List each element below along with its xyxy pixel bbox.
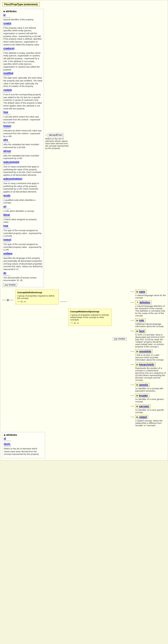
attr-uri: uri ▪▪▪▪▪▪▪▪ A URI which identifies a co… <box>3 205 43 213</box>
definition-item-box[interactable]: ▼ definition <box>135 300 152 304</box>
definition-item-desc: A natural language definition of the sem… <box>135 305 166 317</box>
right-panel: ▶ name A natural language name for the c… <box>128 290 166 428</box>
attr-qcode: qcode ▪▪▪▪▪▪▪▪ A qualified code which id… <box>3 194 43 204</box>
top-section: ■ attributes id ▪▪▪▪▪▪▪▪ Natural identif… <box>2 9 166 287</box>
right-item-name: ▶ name A natural language name for the c… <box>130 290 166 299</box>
right-item-hierarchyinfo: ▶ hierarchyInfo Represents the position … <box>130 362 166 381</box>
attributes-header: ■ attributes <box>3 10 43 13</box>
concept-def-group-desc: A group of properties required to define… <box>17 295 57 300</box>
any-other-middle: any ##other <box>113 338 127 340</box>
right-item-note: ▶ note Additional natural language infor… <box>130 318 166 328</box>
title-bar: Flex1PropType (extension) <box>2 2 40 6</box>
bottom-attributes-label: attributes <box>6 434 17 436</box>
attr-folder-icon: ■ <box>3 10 5 13</box>
concept-relationships-group-box: ConceptRelationshipsGroup A group of pro… <box>68 309 112 326</box>
derivedfrom-section: derivedFrom Refers to the set of element… <box>45 133 69 150</box>
middle-connector-h <box>60 302 67 302</box>
narrower-item-box[interactable]: ▶ narrower <box>135 404 151 408</box>
sameas-item-desc: An identifier of a concept with equivale… <box>135 387 166 392</box>
attr-dir: dir ▪▪▪▪▪▪▪▪ The directionality of textu… <box>3 272 43 282</box>
any-other-middle-box: any ##other <box>113 337 127 340</box>
attr-type: type ▪▪▪▪▪▪▪▪ The type of the concept as… <box>3 224 43 238</box>
hierarchyinfo-item-box[interactable]: ▶ hierarchyInfo <box>135 362 156 366</box>
attr-modified: modified ▪▪▪▪▪▪▪▪ The date (and, optiona… <box>3 72 43 88</box>
right-item-sameas: ▶ sameAs An identifier of a concept with… <box>130 383 166 392</box>
derivedfrom-box[interactable]: derivedFrom <box>48 133 64 137</box>
bottom-attributes-header: ■ attributes <box>4 434 44 436</box>
attributes-label: attributes <box>6 10 17 13</box>
bottom-attr-idrefs: idrefs ▪▪▪▪▪▪▪▪ Refers to the ids of ele… <box>4 443 44 456</box>
related-item-desc: A related concept, where the relationshi… <box>135 420 166 427</box>
page-title: Flex1PropType (extension) <box>4 3 38 6</box>
note-item-desc: Additional natural language information … <box>135 323 166 328</box>
name-item-box[interactable]: ▶ name <box>135 290 147 294</box>
any-other-top: any ##other <box>3 284 43 286</box>
remoteinfo-item-box[interactable]: ▶ remoteInfo <box>135 349 153 354</box>
right-item-related: ▶ related A related concept, where the r… <box>130 415 166 427</box>
attr-why: why ▪▪▪▪▪▪▪▪ Why the metadata has been i… <box>3 138 43 149</box>
derivedfrom-desc: Refers to the set of elements whose valu… <box>45 138 69 150</box>
right-item-broader: ▶ broader An identifier of a more generi… <box>130 394 166 403</box>
multiplicity-def: 0...∞ <box>21 300 26 303</box>
attr-custom: custom ▪▪▪▪▪▪▪▪ If set to true the corre… <box>3 88 43 110</box>
left-connector <box>2 299 14 301</box>
facet-item-box[interactable]: ▶ facet <box>135 329 146 333</box>
derivedfrom-connector <box>45 135 47 135</box>
right-item-remoteinfo: ▶ remoteInfo A link to an item or a web … <box>130 349 166 361</box>
broader-item-desc: An identifier of a more generic concept. <box>135 398 166 403</box>
name-item-desc: A natural language name for the concept. <box>135 294 166 299</box>
attr-pubconstraint: pubconstraint ▪▪▪▪▪▪▪▪ One or many const… <box>3 161 43 177</box>
attributes-panel: ■ attributes id ▪▪▪▪▪▪▪▪ Natural identif… <box>2 9 44 287</box>
attr-xmllang: xmllang ▪▪▪▪▪▪▪▪ Specifies the language … <box>3 252 43 271</box>
attr-typeuri: typeuri ▪▪▪▪▪▪▪▪ The type of the concept… <box>3 238 43 252</box>
bottom-attr-icon: ■ <box>4 434 5 436</box>
attr-pubconstrainturi: pubconstrainturi ▪▪▪▪▪▪▪▪ One or many co… <box>3 178 43 194</box>
remoteinfo-item-desc: A link to an item or a web resource whic… <box>135 354 166 361</box>
attr-creator: creator ▪▪▪▪▪▪▪▪ If the property value i… <box>3 22 43 46</box>
right-item-facet: ▶ facet In NAR 1.8 and later, facet is d… <box>130 329 166 348</box>
narrower-item-desc: An identifier of a more specific concept… <box>135 409 166 414</box>
facet-item-desc: In NAR 1.8 and later, facet is deprecate… <box>135 334 166 348</box>
attr-id: id ▪▪▪▪▪▪▪▪ Natural identifier of the pr… <box>3 14 43 21</box>
concept-rel-group-desc: A group of properties required to indica… <box>70 314 110 321</box>
attr-howuri: howuri ▪▪▪▪▪▪▪▪ Indicates by which means… <box>3 125 43 138</box>
middle-section: ConceptDefinitionGroup A group of proper… <box>2 290 166 428</box>
concept-definition-group-box: ConceptDefinitionGroup A group of proper… <box>16 290 58 304</box>
attr-literal: literal ▪▪▪▪▪▪▪▪ A literal value assigne… <box>3 214 43 224</box>
attr-how: how ▪▪▪▪▪▪▪▪ A QCode which means the val… <box>3 111 43 124</box>
hierarchyinfo-item-desc: Represents the position of a concept in … <box>135 367 166 381</box>
right-item-narrower: ▶ narrower An identifier of a more speci… <box>130 404 166 414</box>
sameas-item-box[interactable]: ▶ sameAs <box>135 383 150 387</box>
page-wrapper: Flex1PropType (extension) ■ attributes i… <box>0 0 168 460</box>
broader-item-box[interactable]: ▶ broader <box>135 394 150 398</box>
attr-creatoruri: creatoruri ▪▪▪▪▪▪▪▪ If the attribute is … <box>3 47 43 72</box>
attr-whyuri: whyuri ▪▪▪▪▪▪▪▪ Why the metadata has bee… <box>3 150 43 160</box>
bottom-attr-id: id ▪▪▪▪▪▪▪▪ <box>4 437 44 442</box>
related-item-box[interactable]: ▶ related <box>135 415 148 419</box>
any-other-box: any ##other <box>3 283 17 286</box>
multiplicity-rel: 0...∞ <box>74 322 79 324</box>
concept-def-group-label: ConceptDefinitionGroup <box>17 291 57 294</box>
note-item-box[interactable]: ▶ note <box>135 318 146 322</box>
right-item-definition: ▼ definition A natural language definiti… <box>130 300 166 317</box>
bottom-section: ■ attributes id ▪▪▪▪▪▪▪▪ idrefs ▪▪▪▪▪▪▪▪… <box>2 432 45 458</box>
concept-rel-group-label: ConceptRelationshipsGroup <box>70 310 110 313</box>
